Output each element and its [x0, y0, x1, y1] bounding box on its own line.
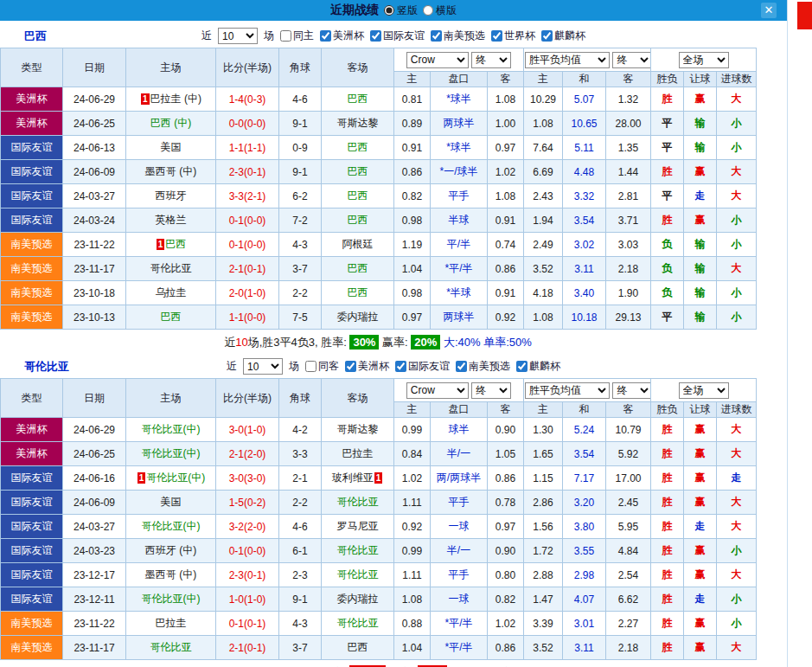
- asia-handicap: 平手: [431, 491, 488, 515]
- away-team: 巴拉圭: [322, 442, 394, 466]
- col-header-home: 主场: [126, 379, 216, 418]
- asia-time-select[interactable]: 终: [471, 382, 511, 399]
- comp-checkbox-copa[interactable]: 美洲杯: [320, 29, 364, 43]
- vertical-radio[interactable]: [384, 5, 394, 16]
- close-icon[interactable]: ✕: [761, 3, 777, 18]
- europe-odds-controls: 胜平负均值 终: [524, 48, 651, 72]
- asia-home-odds: 0.97: [394, 305, 431, 330]
- comp-input[interactable]: [395, 361, 406, 372]
- comp-checkbox-qualifier[interactable]: 南美预选: [456, 359, 510, 374]
- scope-select[interactable]: 全场: [679, 52, 729, 68]
- scope-select[interactable]: 全场: [679, 382, 729, 399]
- handicap-result: 赢: [684, 491, 717, 515]
- comp-checkbox-copa[interactable]: 美洲杯: [345, 359, 389, 374]
- score: 0-1(0-1): [216, 612, 279, 636]
- asia-handicap: 两球半: [431, 305, 488, 330]
- team-name: 哥斯达黎: [337, 117, 379, 129]
- europe-time-select[interactable]: 终: [612, 52, 650, 68]
- comp-input[interactable]: [541, 30, 553, 42]
- europe-home-odds: 1.94: [524, 208, 563, 233]
- score: 1-5(0-2): [216, 491, 279, 515]
- comp-checkbox-kirin[interactable]: 麒麟杯: [541, 29, 585, 43]
- competition-type-badge: 南美预选: [1, 257, 63, 281]
- asia-odds-controls: Crow 终: [394, 379, 524, 402]
- home-team: 哥伦比亚(中): [126, 587, 216, 612]
- side-panel-tab[interactable]: [797, 2, 812, 29]
- corners: 9-1: [279, 587, 322, 612]
- horizontal-radio[interactable]: [423, 5, 433, 16]
- same-venue-input[interactable]: [305, 361, 316, 372]
- away-team: 玻利维亚1: [322, 466, 394, 491]
- europe-draw-odds: 3.01: [563, 612, 606, 636]
- same-venue-checkbox[interactable]: 同客: [305, 359, 339, 374]
- match-date: 23-12-11: [63, 587, 126, 612]
- match-row: 美洲杯24-06-25哥伦比亚(中)2-1(2-0)3-3巴拉圭0.84半/一1…: [1, 442, 757, 466]
- corners: 6-1: [279, 539, 322, 563]
- result: 胜: [651, 515, 684, 539]
- corners: 4-3: [279, 612, 322, 636]
- goals-result: 小: [717, 208, 757, 233]
- col-header-asia-home: 主: [394, 402, 431, 418]
- recent-count-select[interactable]: 10: [243, 358, 283, 375]
- comp-input[interactable]: [456, 361, 467, 372]
- corners: 9-1: [279, 112, 322, 136]
- comp-checkbox-kirin[interactable]: 麒麟杯: [516, 359, 560, 374]
- comp-checkbox-friendly[interactable]: 国际友谊: [370, 29, 425, 43]
- europe-avg-select[interactable]: 胜平负均值: [525, 382, 610, 399]
- europe-away-odds: 2.18: [606, 257, 651, 281]
- comp-input[interactable]: [431, 30, 442, 42]
- comp-input[interactable]: [320, 30, 331, 42]
- handicap-result: 赢: [684, 466, 717, 491]
- asia-home-odds: 0.91: [394, 136, 431, 160]
- score: 2-1(0-1): [216, 636, 279, 660]
- match-row: 国际友谊23-12-11哥伦比亚(中)1-0(1-0)9-1委内瑞拉1.08一球…: [1, 587, 757, 612]
- col-header-away: 客场: [322, 379, 394, 418]
- goals-result: 小: [717, 281, 757, 305]
- bookmaker-select[interactable]: Crow: [406, 52, 469, 68]
- home-team: 西班牙: [126, 184, 216, 208]
- goals-result: 大: [717, 418, 757, 442]
- comp-label: 国际友谊: [408, 359, 450, 374]
- europe-time-select[interactable]: 终: [612, 382, 650, 399]
- handicap-result: 输: [684, 112, 717, 136]
- comp-checkbox-qualifier[interactable]: 南美预选: [431, 29, 485, 43]
- comp-input[interactable]: [491, 30, 502, 42]
- layout-radio-horizontal[interactable]: 横版: [423, 3, 457, 18]
- score: 0-1(0-0): [216, 233, 279, 257]
- goals-result: 小: [717, 136, 757, 160]
- away-team: 罗马尼亚: [322, 515, 394, 539]
- comp-input[interactable]: [345, 361, 356, 372]
- asia-handicap: *半球: [431, 281, 488, 305]
- comp-label: 麒麟杯: [554, 29, 585, 43]
- layout-radio-vertical[interactable]: 竖版: [384, 3, 418, 18]
- europe-home-odds: 6.69: [524, 160, 563, 184]
- away-team: 巴西: [322, 184, 394, 208]
- bookmaker-select[interactable]: Crow: [406, 382, 469, 399]
- asia-away-odds: 1.02: [488, 612, 524, 636]
- team-name: 墨西哥 (中): [145, 568, 196, 580]
- comp-checkbox-friendly[interactable]: 国际友谊: [395, 359, 450, 374]
- team-name: 阿根廷: [342, 238, 374, 250]
- comp-input[interactable]: [516, 361, 527, 372]
- europe-home-odds: 3.52: [524, 636, 563, 660]
- summary-text: 大:40% 单率:50%: [440, 336, 532, 349]
- comp-label: 南美预选: [469, 359, 510, 374]
- competition-type-badge: 国际友谊: [1, 563, 63, 587]
- europe-home-odds: 7.64: [524, 136, 563, 160]
- handicap-result: 输: [684, 305, 717, 330]
- same-venue-checkbox[interactable]: 同主: [280, 29, 314, 43]
- comp-input[interactable]: [370, 30, 381, 42]
- europe-draw-odds: 5.11: [563, 136, 606, 160]
- recent-count-select[interactable]: 10: [218, 28, 258, 44]
- team-name: 巴拉圭: [156, 617, 187, 629]
- same-venue-input[interactable]: [280, 30, 291, 42]
- asia-time-select[interactable]: 终: [471, 52, 511, 68]
- europe-avg-select[interactable]: 胜平负均值: [525, 52, 610, 68]
- home-team: 墨西哥 (中): [126, 563, 216, 587]
- home-team: 哥伦比亚: [126, 257, 216, 281]
- europe-away-odds: 1.90: [606, 281, 651, 305]
- team-name: 哥伦比亚: [337, 617, 379, 629]
- comp-checkbox-worldcup[interactable]: 世界杯: [491, 29, 535, 43]
- col-header-let: 让球: [684, 72, 717, 87]
- asia-home-odds: 0.98: [394, 281, 431, 305]
